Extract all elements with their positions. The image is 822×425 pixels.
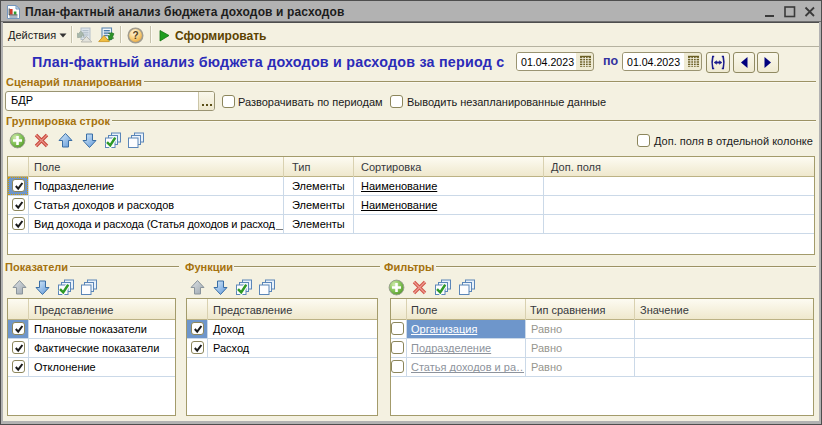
svg-text:?: ?	[132, 30, 138, 41]
